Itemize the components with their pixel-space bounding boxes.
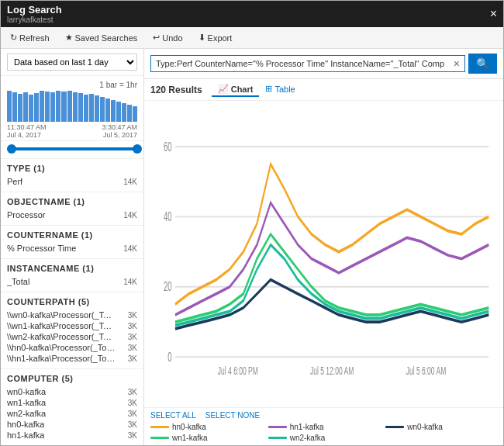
facet-item-label: hn0-kafka: [7, 420, 44, 429]
time-end-label: 3:30:47 AM Jul 5, 2017: [102, 123, 137, 139]
facet-item[interactable]: wn1-kafka3K: [7, 397, 137, 408]
slider-fill: [7, 147, 137, 150]
legend-item[interactable]: hn0-kafka: [150, 423, 262, 431]
mini-bar: [67, 91, 72, 122]
facet-item[interactable]: wn2-kafka3K: [7, 408, 137, 419]
time-filter: Data based on last 1 day: [1, 49, 143, 76]
main-content: Data based on last 1 day 1 bar = 1hr 11:…: [1, 49, 503, 445]
title-bar: Log Search larrykafkatest ×: [1, 1, 503, 27]
select-all-link[interactable]: SELECT ALL: [150, 411, 196, 420]
facet-item[interactable]: Processor14K: [7, 209, 137, 220]
window-title: Log Search: [7, 4, 62, 16]
results-count: 120 Results: [150, 85, 202, 95]
refresh-icon: ↻: [10, 33, 17, 43]
legend-item[interactable]: wn2-kafka: [268, 434, 380, 442]
facet-section: COUNTERPATH (5)\\wn0-kafka\Processor(_To…: [1, 292, 143, 369]
search-input[interactable]: [151, 56, 449, 71]
facet-item-label: wn2-kafka: [7, 409, 46, 418]
refresh-label: Refresh: [19, 33, 50, 43]
facet-section: COUNTERNAME (1)% Processor Time14K: [1, 226, 143, 259]
mini-bar: [40, 91, 44, 122]
facet-title: COUNTERPATH (5): [7, 297, 137, 306]
legend-color-swatch: [268, 437, 287, 439]
mini-bar: [12, 92, 17, 122]
facet-item[interactable]: \\wn1-kafka\Processor(_Total)\% Processo…: [7, 320, 137, 331]
chart-container: 0204060Jul 4 6:00 PMJul 5 12:00 AMJul 5 …: [144, 101, 503, 407]
refresh-button[interactable]: ↻ Refresh: [7, 31, 53, 44]
facet-item-count: 3K: [128, 388, 137, 396]
toolbar: ↻ Refresh ★ Saved Searches ↩ Undo ⬇ Expo…: [1, 27, 503, 49]
legend-item-label: wn2-kafka: [290, 434, 326, 442]
undo-button[interactable]: ↩ Undo: [150, 31, 185, 44]
saved-searches-button[interactable]: ★ Saved Searches: [62, 31, 141, 44]
table-tab-label: Table: [274, 85, 295, 94]
legend-area: SELECT ALL SELECT NONE hn0-kafkahn1-kafk…: [144, 407, 503, 445]
mini-bar: [127, 105, 132, 122]
chart-series-hn1-kafka[interactable]: [175, 202, 488, 315]
legend-item-label: wn0-kafka: [407, 423, 443, 431]
legend-item[interactable]: hn1-kafka: [268, 423, 380, 431]
legend-item[interactable]: wn0-kafka: [385, 423, 497, 431]
star-icon: ★: [65, 33, 73, 43]
legend-color-swatch: [150, 426, 169, 428]
facet-item-label: \\wn1-kafka\Processor(_Total)\% Processo…: [7, 321, 116, 330]
tab-chart[interactable]: 📈 Chart: [212, 82, 260, 97]
export-button[interactable]: ⬇ Export: [195, 31, 236, 44]
mini-bar: [29, 95, 33, 122]
mini-bar: [34, 93, 39, 122]
chart-series-wn2-kafka[interactable]: [175, 245, 488, 326]
facet-section: COMPUTER (5)wn0-kafka3Kwn1-kafka3Kwn2-ka…: [1, 369, 143, 445]
svg-text:0: 0: [167, 349, 172, 365]
facet-item[interactable]: \\wn0-kafka\Processor(_Total)\% Processo…: [7, 309, 137, 320]
select-none-link[interactable]: SELECT NONE: [205, 411, 260, 420]
facet-item[interactable]: hn1-kafka3K: [7, 430, 137, 441]
search-icon: 🔍: [476, 57, 489, 70]
tab-table[interactable]: ⊞ Table: [259, 82, 301, 97]
clear-icon[interactable]: ×: [449, 56, 464, 71]
mini-bar: [84, 95, 88, 122]
mini-chart-area: 1 bar = 1hr 11:30:47 AM Jul 4, 2017 3:30…: [1, 76, 143, 141]
facet-item-count: 3K: [128, 420, 137, 429]
legend-items: hn0-kafkahn1-kafkawn0-kafkawn1-kafkawn2-…: [150, 423, 497, 442]
facet-item[interactable]: hn0-kafka3K: [7, 419, 137, 430]
mini-bar: [100, 97, 105, 122]
facet-title: OBJECTNAME (1): [7, 197, 137, 206]
right-panel: × 🔍 120 Results 📈 Chart ⊞ Table: [144, 49, 503, 445]
bar-label: 1 bar = 1hr: [7, 81, 137, 89]
time-filter-select[interactable]: Data based on last 1 day: [7, 54, 137, 71]
range-slider[interactable]: [1, 141, 143, 159]
facet-item[interactable]: % Processor Time14K: [7, 243, 137, 254]
facet-item-count: 3K: [128, 322, 137, 330]
mini-bar: [45, 92, 50, 122]
slider-thumb-left[interactable]: [7, 144, 16, 154]
facet-item[interactable]: wn0-kafka3K: [7, 386, 137, 397]
table-icon: ⊞: [265, 84, 272, 94]
facet-item-label: hn1-kafka: [7, 430, 44, 440]
facet-item[interactable]: _Total14K: [7, 276, 137, 287]
mini-bar: [95, 95, 99, 122]
facet-item-count: 3K: [128, 344, 137, 352]
facet-item-count: 3K: [128, 311, 137, 320]
window-subtitle: larrykafkatest: [7, 16, 62, 24]
facet-title: COUNTERNAME (1): [7, 230, 137, 240]
mini-bar: [50, 92, 55, 122]
facet-item[interactable]: \\hn0-kafka\Processor(_Total)\% Processo…: [7, 342, 137, 353]
facet-item[interactable]: Perf14K: [7, 176, 137, 187]
legend-item[interactable]: wn1-kafka: [150, 434, 262, 442]
facet-item[interactable]: \\hn1-kafka\Processor(_Total)\% Processo…: [7, 353, 137, 364]
facet-item-count: 3K: [128, 399, 137, 407]
facet-item[interactable]: \\wn2-kafka\Processor(_Total)\% Processo…: [7, 331, 137, 342]
svg-text:60: 60: [164, 139, 172, 154]
slider-thumb-right[interactable]: [133, 144, 142, 154]
chart-series-hn0-kafka[interactable]: [175, 164, 488, 305]
facet-title: COMPUTER (5): [7, 374, 137, 383]
close-button[interactable]: ×: [490, 7, 497, 21]
search-bar: × 🔍: [144, 49, 503, 79]
svg-text:20: 20: [164, 278, 172, 294]
results-bar: 120 Results 📈 Chart ⊞ Table: [144, 79, 503, 101]
legend-item-label: hn0-kafka: [172, 423, 206, 431]
facet-item-count: 14K: [123, 278, 137, 286]
svg-text:Jul 5 6:00 AM: Jul 5 6:00 AM: [406, 364, 447, 377]
svg-text:Jul 4 6:00 PM: Jul 4 6:00 PM: [218, 364, 258, 377]
search-button[interactable]: 🔍: [468, 54, 497, 74]
